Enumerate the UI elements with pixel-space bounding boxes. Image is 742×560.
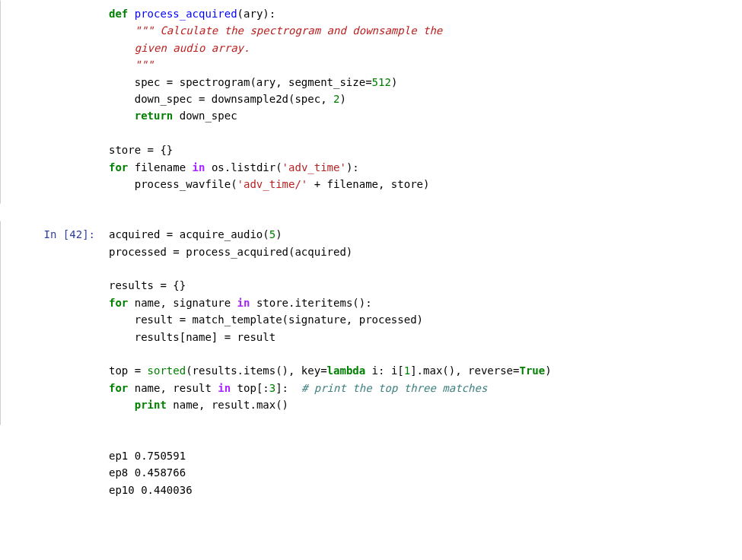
keyword-in: in	[193, 161, 205, 173]
for-rest1: filename	[128, 161, 192, 173]
func-params: (ary):	[237, 8, 276, 20]
func-name: process_acquired	[135, 8, 237, 20]
for-rest2: store.iteritems():	[250, 297, 371, 309]
for2-rest1: name, result	[128, 382, 218, 394]
docstring-line2: given audio array.	[135, 42, 250, 54]
code-body-1[interactable]: def process_acquired(ary): """ Calculate…	[101, 1, 741, 203]
output-cell-2: ep1 0.750591 ep8 0.458766 ep10 0.440036	[0, 425, 742, 511]
results-line: results = {}	[109, 279, 186, 291]
output-text: ep1 0.750591 ep8 0.458766 ep10 0.440036	[109, 431, 734, 499]
output-prompt-2	[1, 426, 101, 510]
proc-line: processed = process_acquired(acquired)	[109, 246, 352, 258]
close-paren2: )	[339, 93, 346, 105]
keyword-in: in	[237, 297, 250, 309]
comment-top3: # print the top three matches	[301, 382, 487, 394]
call-prefix: process_wavfile(	[109, 178, 237, 190]
notebook: def process_acquired(ary): """ Calculate…	[0, 0, 742, 510]
keyword-in2: in	[218, 382, 231, 394]
close-paren: )	[275, 228, 282, 240]
keyword-for: for	[109, 297, 128, 309]
num-3: 3	[269, 382, 275, 394]
keyword-print: print	[135, 399, 167, 411]
acq-line: acquired = acquire_audio(	[109, 228, 269, 240]
top-assign: top =	[109, 364, 148, 377]
for2-rest2: top[:	[231, 382, 269, 394]
keyword-for2: for	[109, 382, 128, 394]
builtin-sorted: sorted	[148, 364, 186, 377]
code-content-1[interactable]: def process_acquired(ary): """ Calculate…	[109, 5, 734, 192]
close-paren: )	[391, 76, 397, 88]
keyword-true: True	[519, 364, 545, 377]
input-prompt-1	[1, 1, 101, 203]
line-down: down_spec = downsample2d(spec,	[135, 93, 333, 105]
for-rest1: name, signature	[128, 297, 237, 309]
keyword-lambda: lambda	[327, 364, 366, 377]
code-body-2[interactable]: acquired = acquire_audio(5) processed = …	[101, 221, 741, 424]
code-cell-1[interactable]: def process_acquired(ary): """ Calculate…	[0, 0, 742, 204]
num-512: 512	[372, 76, 391, 88]
prompt-text: In [42]:	[44, 228, 95, 240]
keyword-for: for	[109, 161, 128, 173]
keyword-return: return	[135, 110, 174, 122]
lambda-body: i: i[	[365, 364, 404, 377]
docstring-open: """	[135, 24, 161, 37]
print-rest: name, result.max()	[167, 399, 288, 411]
for2-rest3: ]:	[275, 382, 301, 394]
docstring-close: """	[135, 59, 154, 71]
docstring-line1: Calculate the spectrogram and downsample…	[160, 24, 442, 37]
num-1: 1	[404, 364, 410, 377]
return-val: down_spec	[173, 110, 237, 122]
string-advtime: 'adv_time'	[282, 161, 346, 173]
code-content-2[interactable]: acquired = acquire_audio(5) processed = …	[109, 226, 734, 413]
store-line: store = {}	[109, 144, 173, 156]
num-5: 5	[269, 228, 275, 240]
output-body-2: ep1 0.750591 ep8 0.458766 ep10 0.440036	[101, 426, 741, 510]
line-spec: spec = spectrogram(ary, segment_size=	[135, 76, 372, 88]
string-advtime2: 'adv_time/'	[237, 178, 308, 190]
keyword-def: def	[109, 8, 128, 20]
body1: result = match_template(signature, proce…	[109, 313, 423, 326]
sorted-args: (results.items(), key=	[186, 364, 326, 377]
call-rest: + filename, store)	[307, 178, 429, 190]
body2: results[name] = result	[109, 331, 275, 343]
lambda-rest: ].max(), reverse=	[410, 364, 519, 377]
for-rest2: os.listdir(	[205, 161, 282, 173]
close-paren2: )	[545, 364, 551, 377]
code-cell-2[interactable]: In [42]: acquired = acquire_audio(5) pro…	[0, 221, 742, 425]
input-prompt-2: In [42]:	[1, 221, 101, 424]
for-close: ):	[346, 161, 359, 173]
